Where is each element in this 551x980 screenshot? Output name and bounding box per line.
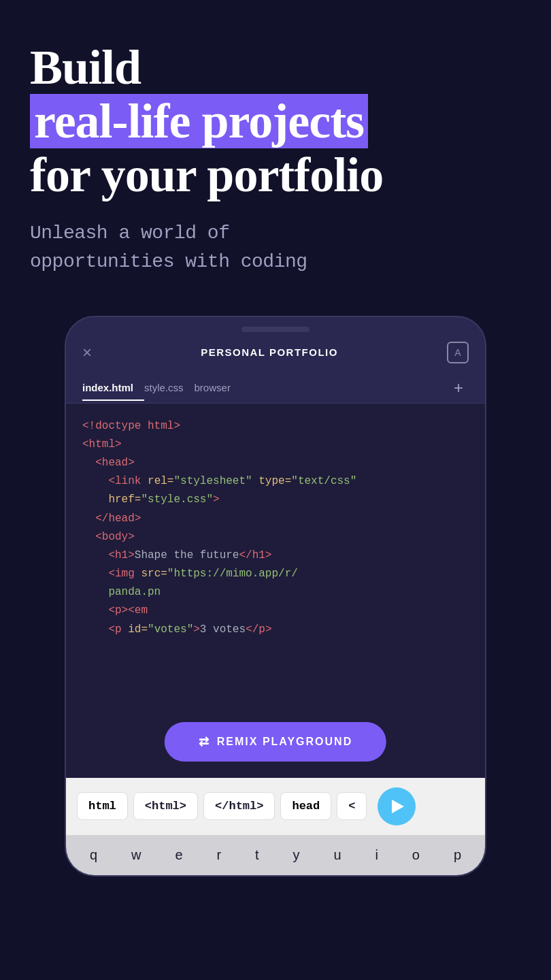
remix-button-label: REMIX PLAYGROUND [217,736,352,748]
key-y[interactable]: y [288,845,305,866]
tabs-bar: index.html style.css browser + [66,373,485,404]
suggestion-open-html[interactable]: <html> [133,792,198,820]
key-o[interactable]: o [407,845,425,866]
code-line-1: <!doctype html> [82,417,469,436]
code-line-4: <link rel="stylesheet" type="text/css" [82,472,469,491]
hero-title: Build real-life projects for your portfo… [30,41,521,203]
suggestion-html[interactable]: html [77,792,128,820]
code-line-6: </head> [82,510,469,528]
editor-title: PERSONAL PORTFOLIO [201,346,338,358]
code-line-9: <img src="https://mimo.app/r/ [82,565,469,583]
code-line-10: panda.pn [82,583,469,602]
hero-title-line1: Build [30,40,141,95]
hero-subtitle: Unleash a world of opportunities with co… [30,219,521,276]
tab-browser[interactable]: browser [195,375,241,400]
key-q[interactable]: q [84,845,103,866]
key-r[interactable]: r [211,845,227,866]
close-button[interactable]: × [82,343,92,362]
phone-mockup: × PERSONAL PORTFOLIO A index.html style.… [65,316,486,877]
suggestions-bar: html <html> </html> head < [66,778,485,835]
code-editor[interactable]: <!doctype html> <html> <head> <link rel=… [66,404,485,730]
editor-header: × PERSONAL PORTFOLIO A [66,332,485,373]
suggestion-head[interactable]: head [280,792,331,820]
remix-icon: ⇄ [199,734,210,749]
play-icon [392,800,404,813]
hero-subtitle-line2: opportunities with coding [30,251,307,272]
key-e[interactable]: e [169,845,188,866]
code-line-7: <body> [82,528,469,546]
key-i[interactable]: i [369,845,383,866]
suggestion-close-html[interactable]: </html> [203,792,275,820]
key-w[interactable]: w [126,845,146,866]
key-p[interactable]: p [448,845,467,866]
code-line-8: <h1>Shape the future</h1> [82,546,469,565]
translate-icon: A [454,347,461,358]
code-line-2: <html> [82,436,469,454]
suggestion-open-bracket[interactable]: < [337,792,367,820]
code-line-11: <p><em [82,602,469,620]
code-line-12: <p id="votes">3 votes</p> [82,621,469,639]
phone-notch [241,327,310,332]
play-button[interactable] [378,787,416,826]
tab-index-html[interactable]: index.html [82,375,144,400]
key-u[interactable]: u [328,845,346,866]
key-t[interactable]: t [250,845,265,866]
tab-style-css[interactable]: style.css [144,375,195,400]
code-line-5: href="style.css"> [82,491,469,509]
code-line-3: <head> [82,454,469,472]
tab-add-button[interactable]: + [448,373,469,403]
hero-subtitle-line1: Unleash a world of [30,223,229,244]
remix-playground-button[interactable]: ⇄ REMIX PLAYGROUND [165,722,386,762]
translate-button[interactable]: A [447,342,469,363]
keyboard-row: q w e r t y u i o p [66,835,485,875]
hero-section: Build real-life projects for your portfo… [0,0,551,297]
hero-title-highlight: real-life projects [30,94,368,148]
phone-container: × PERSONAL PORTFOLIO A index.html style.… [0,316,551,877]
hero-title-line2: for your portfolio [30,148,383,202]
